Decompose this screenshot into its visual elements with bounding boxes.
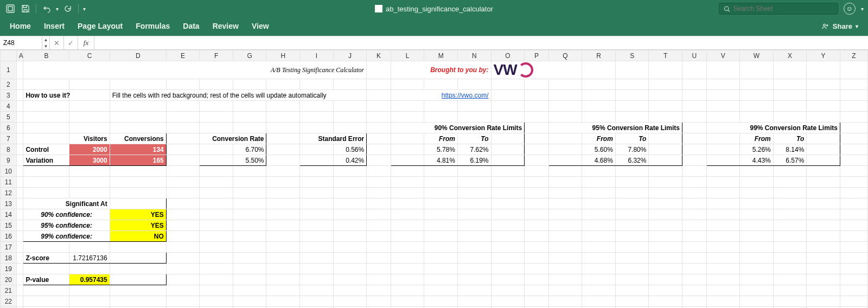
search-icon [724, 5, 730, 12]
row-header[interactable]: 22 [1, 296, 17, 307]
col-header[interactable]: H [266, 50, 300, 61]
col-header[interactable]: Y [807, 50, 840, 61]
qat-customize-icon[interactable]: ▾ [83, 6, 86, 12]
limits-99-from-variation: 4.43% [740, 155, 774, 166]
limits-95-from-control: 5.60% [582, 144, 616, 155]
col-header[interactable]: B [23, 50, 69, 61]
col-header[interactable]: C [69, 50, 110, 61]
tab-home[interactable]: Home [10, 22, 31, 30]
row-header[interactable]: 10 [1, 166, 17, 177]
col-header[interactable]: F [200, 50, 233, 61]
row-header[interactable]: 1 [1, 61, 17, 79]
formula-input[interactable] [94, 36, 868, 49]
col-header[interactable]: G [233, 50, 266, 61]
tab-data[interactable]: Data [183, 22, 199, 30]
col-header[interactable]: J [333, 50, 367, 61]
autosave-icon[interactable] [4, 3, 16, 15]
col-header[interactable]: K [367, 50, 391, 61]
row-header[interactable]: 17 [1, 242, 17, 253]
col-header[interactable]: M [424, 50, 458, 61]
row-header[interactable]: 13 [1, 198, 17, 209]
svg-point-2 [724, 7, 728, 10]
row-header[interactable]: 15 [1, 220, 17, 231]
tab-review[interactable]: Review [213, 22, 239, 30]
help-icon[interactable]: ☺ [844, 3, 856, 15]
input-visitors-control[interactable]: 2000 [69, 144, 110, 155]
row-header[interactable]: 11 [1, 177, 17, 188]
col-header[interactable]: O [491, 50, 525, 61]
conv-rate-variation: 5.50% [233, 155, 266, 166]
limits-90-from-control: 5.78% [424, 144, 458, 155]
vwo-link[interactable]: https://vwo.com/ [391, 90, 491, 101]
col-header[interactable]: Z [840, 50, 867, 61]
search-input[interactable] [733, 5, 833, 12]
row-header[interactable]: 19 [1, 264, 17, 274]
row-header[interactable]: 2 [1, 79, 17, 90]
col-header[interactable]: D [110, 50, 166, 61]
row-header[interactable]: 14 [1, 209, 17, 220]
col-header[interactable]: W [740, 50, 774, 61]
document-title-text: ab_testing_significance_calculator [386, 5, 493, 13]
col-header[interactable]: Q [548, 50, 582, 61]
row-header[interactable]: 6 [1, 123, 17, 133]
col-header[interactable]: U [682, 50, 707, 61]
row-header[interactable]: 4 [1, 101, 17, 112]
col-header[interactable]: X [773, 50, 807, 61]
save-icon[interactable] [20, 3, 31, 15]
spreadsheet-grid[interactable]: A B C D E F G H I J K L M N O P Q R S T … [0, 50, 868, 308]
sig-label-90: 90% confidence: [23, 209, 110, 220]
row-header[interactable]: 9 [1, 155, 17, 166]
pvalue-value: 0.957435 [69, 274, 110, 285]
how-to-text: Fill the cells with red background; rest… [110, 90, 367, 101]
row-header[interactable]: 3 [1, 90, 17, 101]
row-header[interactable]: 16 [1, 231, 17, 242]
row-header[interactable]: 18 [1, 253, 17, 264]
search-sheet[interactable] [719, 3, 838, 15]
row-header[interactable]: 21 [1, 285, 17, 296]
share-button[interactable]: Share [833, 22, 852, 30]
name-box-stepper[interactable]: ▲▼ [42, 36, 50, 49]
limits-95-from-variation: 4.68% [582, 155, 616, 166]
undo-icon[interactable] [41, 3, 53, 15]
formula-bar: Z48 ▲▼ ✕ ✓ fx [0, 36, 868, 50]
col-header[interactable]: T [649, 50, 682, 61]
col-header[interactable]: L [391, 50, 424, 61]
row-header[interactable]: 5 [1, 112, 17, 123]
row-header[interactable]: 20 [1, 274, 17, 285]
select-all-corner[interactable] [1, 50, 17, 61]
row-header[interactable]: 7 [1, 133, 17, 144]
accept-formula-icon[interactable]: ✓ [64, 36, 78, 49]
share-dropdown-icon[interactable]: ▾ [856, 23, 858, 29]
row-header[interactable]: 8 [1, 144, 17, 155]
tab-insert[interactable]: Insert [44, 22, 65, 30]
document-title: ab_testing_significance_calculator [375, 5, 493, 13]
fx-icon[interactable]: fx [78, 36, 94, 49]
col-header[interactable]: N [457, 50, 491, 61]
input-conversions-control[interactable]: 134 [110, 144, 166, 155]
tab-page-layout[interactable]: Page Layout [78, 22, 123, 30]
col-header[interactable]: P [525, 50, 549, 61]
tab-formulas[interactable]: Formulas [136, 22, 170, 30]
help-dropdown-icon[interactable]: ▾ [861, 6, 864, 12]
col-header[interactable]: A [16, 50, 23, 61]
col-header[interactable]: R [582, 50, 616, 61]
col-header[interactable]: I [300, 50, 334, 61]
pvalue-label: P-value [23, 274, 69, 285]
limits-90-to-control: 7.62% [457, 144, 491, 155]
undo-dropdown-icon[interactable]: ▾ [56, 6, 59, 12]
redo-icon[interactable] [62, 3, 74, 15]
name-box[interactable]: Z48 [0, 36, 42, 49]
col-header[interactable]: V [706, 50, 740, 61]
row-header[interactable]: 12 [1, 188, 17, 198]
input-visitors-variation[interactable]: 3000 [69, 155, 110, 166]
tab-view[interactable]: View [252, 22, 269, 30]
input-conversions-variation[interactable]: 165 [110, 155, 166, 166]
cancel-formula-icon[interactable]: ✕ [50, 36, 64, 49]
row-label-variation: Variation [23, 155, 69, 166]
col-header[interactable]: S [615, 50, 649, 61]
sig-value-95: YES [110, 220, 166, 231]
ribbon-tabs: Home Insert Page Layout Formulas Data Re… [0, 17, 868, 36]
limits-90-to-hdr: To [457, 133, 491, 144]
quick-access-toolbar: ▾ ▾ ab_testing_significance_calculator ☺… [0, 0, 868, 17]
col-header[interactable]: E [166, 50, 200, 61]
